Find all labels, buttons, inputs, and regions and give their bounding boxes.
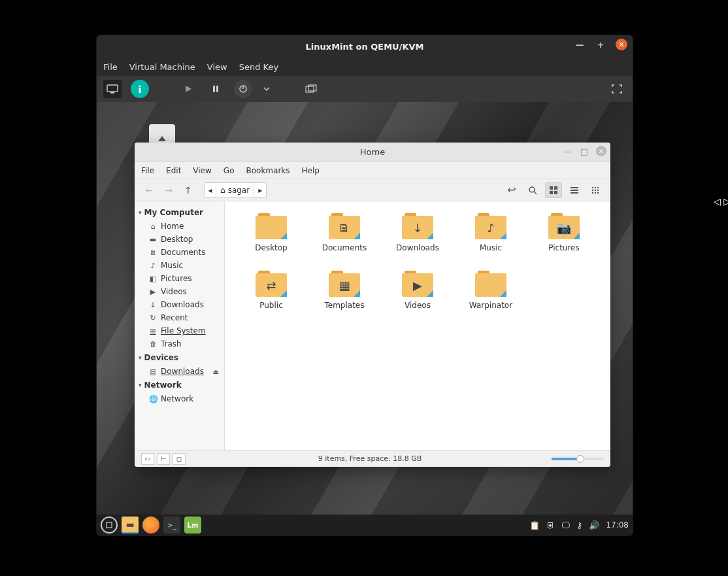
folder-desktop[interactable]: Desktop [238,213,305,252]
tray-display-icon[interactable]: 🖵 [561,520,570,530]
svg-point-2 [139,86,141,88]
close-sidebar-button[interactable]: ◻ [173,453,186,465]
eject-icon[interactable]: ⏏ [213,368,219,375]
svg-rect-0 [107,85,118,92]
svg-rect-14 [554,186,557,190]
fm-menu-edit[interactable]: Edit [166,166,181,175]
file-manager-window: Home — □ ✕ File Edit View Go Bookmarks H… [135,143,610,467]
svg-rect-3 [139,88,141,93]
tray-network-icon[interactable]: ⚷ [576,520,583,530]
tray-clipboard-icon[interactable]: 📋 [529,520,540,530]
fm-menu-bookmarks[interactable]: Bookmarks [246,166,290,175]
folder-documents[interactable]: 🗎Documents [311,213,378,252]
shutdown-dropdown[interactable] [261,80,272,98]
folder-videos[interactable]: ▶Videos [384,271,451,310]
path-home-segment[interactable]: ⌂ sagar [216,183,254,197]
icon-view-button[interactable] [545,182,562,198]
guest-desktop[interactable]: Home — □ ✕ File Edit View Go Bookmarks H… [97,102,633,535]
menu-view[interactable]: View [207,62,227,72]
run-button[interactable] [179,80,197,98]
sidebar-place-documents[interactable]: 🗎Documents [135,246,224,259]
fm-minimize-button[interactable]: — [562,146,572,156]
menu-file[interactable]: File [103,62,118,72]
svg-point-22 [597,186,599,188]
globe-icon: 🌐 [149,395,157,403]
folder-downloads[interactable]: ↓Downloads [384,213,451,252]
taskbar-files-button[interactable]: ▬ [122,517,139,534]
folder-warpinator[interactable]: Warpinator [457,271,524,310]
taskbar-firefox-button[interactable] [142,517,159,534]
svg-rect-19 [571,192,578,194]
taskbar-terminal-button[interactable]: >_ [163,517,180,534]
places-toggle-button[interactable]: ▭ [141,453,154,465]
toggle-location-button[interactable]: ↩ [503,182,520,198]
fm-menu-view[interactable]: View [193,166,211,175]
folder-public[interactable]: ⇄Public [238,271,305,310]
snapshots-button[interactable] [302,80,320,98]
minimize-button[interactable]: — [574,39,586,50]
sidebar-section-my-computer[interactable]: My Computer [135,205,224,220]
sidebar-network[interactable]: 🌐Network [135,392,224,405]
svg-rect-13 [550,186,553,190]
folder-music[interactable]: ♪Music [457,213,524,252]
zoom-slider[interactable] [552,458,604,460]
nav-up-button[interactable]: ↑ [180,182,196,198]
folder-pictures[interactable]: 📷Pictures [531,213,597,252]
sidebar-place-desktop[interactable]: ▬Desktop [135,233,224,246]
fm-menu-go[interactable]: Go [223,166,235,175]
search-button[interactable] [524,182,541,198]
desktop-icon: ▬ [149,235,157,244]
video-icon: ▶ [149,288,157,296]
menu-send-key[interactable]: Send Key [239,62,278,72]
tray-volume-icon[interactable]: 🔊 [589,520,599,530]
sidebar-place-pictures[interactable]: ◧Pictures [135,272,224,285]
fm-titlebar[interactable]: Home — □ ✕ [135,143,610,162]
sidebar-place-music[interactable]: ♪Music [135,259,224,272]
svg-point-24 [595,189,596,190]
nav-forward-button[interactable]: → [161,182,176,198]
list-view-button[interactable] [566,182,583,198]
taskbar-mint-button[interactable]: Lm [184,517,201,534]
svg-rect-4 [213,86,215,92]
drive-icon: ⊟ [149,367,157,376]
fm-menubar: File Edit View Go Bookmarks Help [135,162,610,179]
tray-shield-icon[interactable]: ⛨ [546,520,555,530]
console-view-button[interactable] [103,80,122,98]
sidebar-device-downloads[interactable]: ⊟Downloads⏏ [135,365,224,378]
sidebar-place-recent[interactable]: ↻Recent [135,311,224,324]
fullscreen-button[interactable] [608,80,626,98]
fm-menu-help[interactable]: Help [302,166,320,175]
sidebar-section-devices[interactable]: Devices [135,350,224,365]
svg-rect-16 [554,191,557,194]
close-button[interactable]: ✕ [616,39,627,50]
resize-handle-icon[interactable]: ◁ ▷ [714,196,728,207]
music-icon: ♪ [149,262,157,270]
shutdown-button[interactable] [234,80,252,98]
fm-maximize-button[interactable]: □ [579,146,589,156]
vm-titlebar[interactable]: LinuxMint on QEMU/KVM — + ✕ [97,35,633,58]
fm-close-button[interactable]: ✕ [596,146,606,156]
menu-virtual-machine[interactable]: Virtual Machine [129,62,195,72]
fm-content[interactable]: Desktop 🗎Documents ↓Downloads ♪Music 📷Pi… [225,201,610,450]
sidebar-place-downloads[interactable]: ↓Downloads [135,298,224,311]
details-view-button[interactable] [131,80,149,98]
sidebar-place-trash[interactable]: 🗑Trash [135,337,224,350]
pause-button[interactable] [207,80,225,98]
svg-rect-29 [107,522,112,528]
compact-view-button[interactable] [587,182,604,198]
sidebar-place-filesystem[interactable]: ⊞File System [135,324,224,337]
svg-line-12 [534,192,537,194]
fm-menu-file[interactable]: File [141,166,154,175]
tree-toggle-button[interactable]: ⊢ [157,453,170,465]
tray-clock[interactable]: 17:08 [606,520,629,530]
sidebar-section-network[interactable]: Network [135,378,224,392]
folder-templates[interactable]: ▦Templates [311,271,378,310]
nav-back-button[interactable]: ← [141,182,157,198]
sidebar-place-videos[interactable]: ▶Videos [135,285,224,298]
path-prev-button[interactable]: ◂ [205,183,216,197]
path-next-button[interactable]: ▸ [254,183,266,197]
maximize-button[interactable]: + [595,39,606,50]
start-menu-button[interactable] [101,517,118,534]
sidebar-place-home[interactable]: ⌂Home [135,220,224,233]
svg-point-26 [592,192,593,193]
